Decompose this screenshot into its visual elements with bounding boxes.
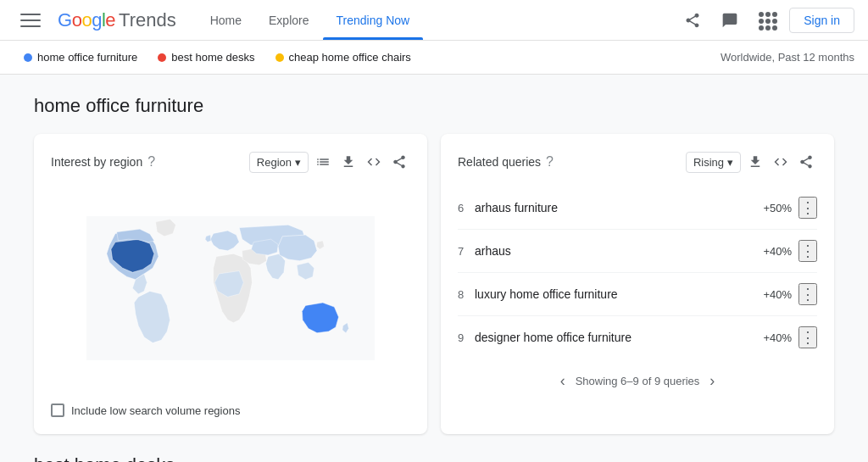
query-row-9: 9 designer home office furniture +40% ⋮ <box>458 316 817 359</box>
interest-help-icon[interactable]: ? <box>147 154 155 170</box>
query-more-7[interactable]: ⋮ <box>798 240 817 262</box>
cards-row: Interest by region ? Region ▾ <box>34 134 834 434</box>
main-content: home office furniture Interest by region… <box>0 75 868 462</box>
query-num-7: 7 <box>458 245 475 258</box>
world-map-svg <box>86 203 375 373</box>
query-more-8[interactable]: ⋮ <box>798 283 817 305</box>
search-term-label-2: best home desks <box>171 51 254 64</box>
google-wordmark: Google <box>58 9 115 31</box>
share-card-icon[interactable] <box>388 151 410 173</box>
query-text-6[interactable]: arhaus furniture <box>475 201 763 214</box>
search-term-1[interactable]: home office furniture <box>14 47 147 67</box>
interest-card-header: Interest by region ? Region ▾ <box>51 151 410 173</box>
section2-title: best home desks <box>34 454 834 462</box>
search-term-2[interactable]: best home desks <box>147 47 264 67</box>
dot-blue-1 <box>24 53 32 62</box>
query-text-8[interactable]: luxury home office furniture <box>475 287 763 301</box>
query-pct-7: +40% <box>763 245 792 258</box>
svg-rect-0 <box>20 14 41 15</box>
interest-card-controls: Region ▾ <box>249 151 410 173</box>
download-icon[interactable] <box>337 151 359 173</box>
logo: Google Trends <box>58 9 176 31</box>
query-pct-6: +50% <box>763 202 792 214</box>
nav-explore[interactable]: Explore <box>255 0 322 40</box>
rising-chevron-icon: ▾ <box>727 156 733 169</box>
search-bar: home office furniture best home desks ch… <box>0 41 868 75</box>
queries-card-title: Related queries <box>458 155 541 169</box>
nav-home[interactable]: Home <box>197 0 255 40</box>
map-container <box>51 186 410 390</box>
section1-title: home office furniture <box>34 95 834 117</box>
query-num-9: 9 <box>458 331 475 344</box>
menu-icon[interactable] <box>14 3 47 37</box>
query-text-9[interactable]: designer home office furniture <box>475 331 763 344</box>
query-num-6: 6 <box>458 202 475 214</box>
apps-icon-button[interactable] <box>752 5 782 36</box>
query-row-7: 7 arhaus +40% ⋮ <box>458 230 817 273</box>
pagination: ‹ Showing 6–9 of 9 queries › <box>458 369 817 393</box>
nav-trending[interactable]: Trending Now <box>323 0 424 40</box>
interest-card-title-group: Interest by region ? <box>51 154 155 170</box>
period-label: Worldwide, Past 12 months <box>721 51 854 64</box>
queries-download-icon[interactable] <box>744 151 766 173</box>
dot-red-2 <box>158 53 166 62</box>
query-more-9[interactable]: ⋮ <box>798 326 817 348</box>
apps-grid-icon <box>759 12 776 29</box>
query-pct-9: +40% <box>763 331 792 344</box>
query-row-6: 6 arhaus furniture +50% ⋮ <box>458 186 817 230</box>
queries-help-icon[interactable]: ? <box>546 154 554 170</box>
query-more-6[interactable]: ⋮ <box>798 197 817 219</box>
dot-yellow-3 <box>275 53 284 62</box>
interest-card-title: Interest by region <box>51 155 142 169</box>
checkbox-row: Include low search volume regions <box>51 404 410 417</box>
region-label: Region <box>257 156 292 169</box>
search-term-label-1: home office furniture <box>37 51 137 64</box>
share-icon-button[interactable] <box>677 5 708 36</box>
message-icon-button[interactable] <box>715 5 745 36</box>
rising-label: Rising <box>693 156 724 169</box>
svg-rect-1 <box>20 19 41 21</box>
header-actions: Sign in <box>677 5 854 36</box>
pagination-prev[interactable]: ‹ <box>557 369 569 393</box>
main-nav: Home Explore Trending Now <box>197 0 423 40</box>
svg-rect-2 <box>20 25 41 27</box>
header: Google Trends Home Explore Trending Now <box>0 0 868 41</box>
low-volume-checkbox[interactable] <box>51 404 64 417</box>
pagination-label: Showing 6–9 of 9 queries <box>576 375 700 387</box>
interest-by-region-card: Interest by region ? Region ▾ <box>34 134 427 434</box>
rising-dropdown[interactable]: Rising ▾ <box>686 152 741 173</box>
query-list: 6 arhaus furniture +50% ⋮ 7 arhaus +40% … <box>458 186 817 359</box>
region-chevron-icon: ▾ <box>295 156 301 169</box>
checkbox-label: Include low search volume regions <box>71 404 240 417</box>
related-queries-card: Related queries ? Rising ▾ <box>441 134 834 434</box>
sign-in-button[interactable]: Sign in <box>789 8 854 33</box>
queries-embed-icon[interactable] <box>770 151 792 173</box>
region-dropdown[interactable]: Region ▾ <box>249 152 309 173</box>
pagination-next[interactable]: › <box>706 369 718 393</box>
queries-card-controls: Rising ▾ <box>686 151 817 173</box>
queries-card-header: Related queries ? Rising ▾ <box>458 151 817 173</box>
query-row-8: 8 luxury home office furniture +40% ⋮ <box>458 273 817 316</box>
trends-wordmark: Trends <box>119 9 176 31</box>
list-view-icon[interactable] <box>312 151 334 173</box>
queries-share-icon[interactable] <box>795 151 817 173</box>
search-term-label-3: cheap home office chairs <box>289 51 411 64</box>
embed-icon[interactable] <box>363 151 385 173</box>
query-num-8: 8 <box>458 288 475 301</box>
query-pct-8: +40% <box>763 288 792 301</box>
query-text-7[interactable]: arhaus <box>475 244 763 258</box>
queries-card-title-group: Related queries ? <box>458 154 554 170</box>
search-term-3[interactable]: cheap home office chairs <box>265 47 421 67</box>
